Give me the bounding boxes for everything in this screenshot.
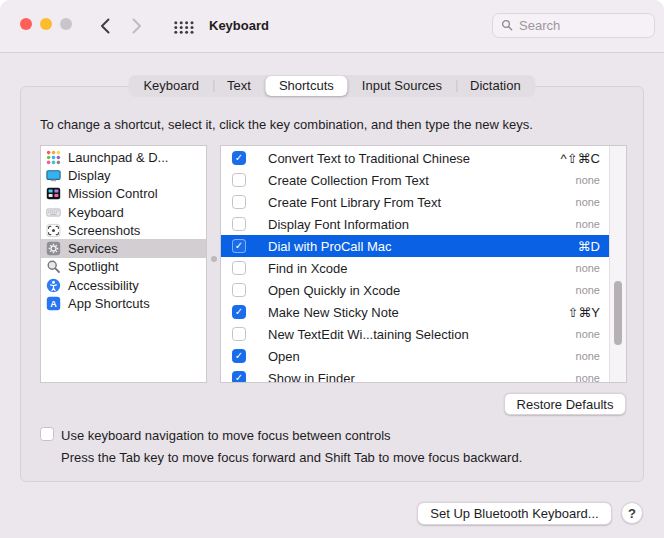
- sidebar-item-spotlight[interactable]: Spotlight: [41, 258, 206, 276]
- shortcut-key: ^⇧⌘C: [561, 151, 600, 166]
- keyboard-icon: [46, 205, 61, 220]
- shortcut-checkbox[interactable]: [232, 349, 246, 363]
- sidebar-item-mission-control[interactable]: Mission Control: [41, 185, 206, 203]
- shortcut-key: none: [576, 328, 600, 340]
- sidebar-item-label: Spotlight: [68, 259, 119, 274]
- shortcut-key: none: [576, 372, 600, 383]
- shortcut-checkbox[interactable]: [232, 371, 246, 383]
- shortcut-checkbox[interactable]: [232, 195, 246, 209]
- instruction-text: To change a shortcut, select it, click t…: [40, 117, 533, 132]
- forward-icon[interactable]: [132, 18, 142, 34]
- shortcut-label: Create Font Library From Text: [268, 195, 576, 210]
- shortcut-row-dial-with-procall-mac[interactable]: Dial with ProCall Mac ⌘D: [221, 235, 610, 257]
- search-field[interactable]: Search: [492, 13, 655, 38]
- shortcut-row-create-font-library-from-text[interactable]: Create Font Library From Text none: [221, 191, 610, 213]
- sidebar-item-display[interactable]: Display: [41, 166, 206, 184]
- mission-control-icon: [46, 186, 61, 201]
- shortcut-label: Display Font Information: [268, 217, 576, 232]
- window-title: Keyboard: [209, 0, 269, 52]
- sidebar-item-label: Services: [68, 241, 118, 256]
- shortcut-label: Open: [268, 349, 576, 364]
- shortcut-checkbox[interactable]: [232, 283, 246, 297]
- sidebar-item-label: Display: [68, 168, 111, 183]
- screenshots-icon: [46, 223, 61, 238]
- shortcut-key: ⌘D: [578, 239, 600, 254]
- shortcut-key: none: [576, 350, 600, 362]
- services-shortcut-list: Convert Text to Traditional Chinese ^⇧⌘C…: [220, 145, 627, 383]
- services-icon: [46, 241, 61, 256]
- sidebar-item-launchpad-d[interactable]: Launchpad & D...: [41, 148, 206, 166]
- scrollbar-thumb[interactable]: [614, 281, 622, 345]
- shortcut-key: none: [576, 262, 600, 274]
- search-icon: [501, 17, 513, 35]
- panel-splitter-dot: [211, 256, 217, 262]
- shortcut-checkbox[interactable]: [232, 305, 246, 319]
- keyboard-navigation-label: Use keyboard navigation to move focus be…: [61, 428, 391, 443]
- shortcut-label: Convert Text to Traditional Chinese: [268, 151, 561, 166]
- shortcut-categories-list: Launchpad & D... Display Mission Control…: [40, 145, 207, 383]
- shortcut-row-convert-text-to-traditional-chinese[interactable]: Convert Text to Traditional Chinese ^⇧⌘C: [221, 147, 610, 169]
- sidebar-item-label: App Shortcuts: [68, 296, 150, 311]
- shortcut-checkbox[interactable]: [232, 327, 246, 341]
- tab-bar: KeyboardTextShortcutsInput SourcesDictat…: [128, 75, 535, 97]
- sidebar-item-services[interactable]: Services: [41, 239, 206, 257]
- shortcut-key: none: [576, 284, 600, 296]
- show-all-grid-icon[interactable]: [174, 20, 194, 38]
- accessibility-icon: [46, 278, 61, 293]
- keyboard-navigation-hint: Press the Tab key to move focus forward …: [61, 450, 522, 465]
- tab-input-sources[interactable]: Input Sources: [348, 76, 456, 96]
- display-icon: [46, 168, 61, 183]
- sidebar-item-keyboard[interactable]: Keyboard: [41, 203, 206, 221]
- shortcut-label: Find in Xcode: [268, 261, 576, 276]
- shortcut-label: Show in Finder: [268, 371, 576, 384]
- shortcut-row-make-new-sticky-note[interactable]: Make New Sticky Note ⇧⌘Y: [221, 301, 610, 323]
- setup-bluetooth-keyboard-button[interactable]: Set Up Bluetooth Keyboard...: [417, 502, 612, 525]
- zoom-button[interactable]: [60, 18, 72, 30]
- scrollbar[interactable]: [609, 146, 626, 382]
- tab-dictation[interactable]: Dictation: [456, 76, 535, 96]
- tab-shortcuts[interactable]: Shortcuts: [265, 76, 348, 96]
- shortcut-key: ⇧⌘Y: [567, 305, 600, 320]
- shortcut-key: none: [576, 196, 600, 208]
- search-placeholder: Search: [519, 18, 560, 33]
- shortcut-checkbox[interactable]: [232, 217, 246, 231]
- svg-text:A: A: [50, 299, 57, 309]
- keyboard-preferences-window: Keyboard Search KeyboardTextShortcutsInp…: [0, 0, 664, 538]
- sidebar-item-accessibility[interactable]: Accessibility: [41, 276, 206, 294]
- shortcut-row-find-in-xcode[interactable]: Find in Xcode none: [221, 257, 610, 279]
- sidebar-item-app-shortcuts[interactable]: A App Shortcuts: [41, 294, 206, 312]
- spotlight-icon: [46, 259, 61, 274]
- sidebar-item-label: Accessibility: [68, 278, 139, 293]
- shortcut-checkbox[interactable]: [232, 239, 246, 253]
- keyboard-navigation-checkbox[interactable]: [40, 427, 54, 441]
- sidebar-item-label: Launchpad & D...: [68, 150, 168, 165]
- shortcut-checkbox[interactable]: [232, 173, 246, 187]
- back-icon[interactable]: [100, 18, 110, 34]
- shortcut-row-create-collection-from-text[interactable]: Create Collection From Text none: [221, 169, 610, 191]
- shortcut-checkbox[interactable]: [232, 261, 246, 275]
- sidebar-item-label: Mission Control: [68, 186, 158, 201]
- sidebar-item-label: Screenshots: [68, 223, 140, 238]
- app-shortcuts-icon: A: [46, 296, 61, 311]
- shortcut-label: New TextEdit Wi...taining Selection: [268, 327, 576, 342]
- shortcut-label: Make New Sticky Note: [268, 305, 567, 320]
- shortcut-key: none: [576, 174, 600, 186]
- shortcut-row-new-textedit-wi-taining-selection[interactable]: New TextEdit Wi...taining Selection none: [221, 323, 610, 345]
- tab-keyboard[interactable]: Keyboard: [129, 76, 213, 96]
- shortcut-checkbox[interactable]: [232, 151, 246, 165]
- restore-defaults-button[interactable]: Restore Defaults: [504, 393, 626, 415]
- shortcut-row-open-quickly-in-xcode[interactable]: Open Quickly in Xcode none: [221, 279, 610, 301]
- shortcut-key: none: [576, 218, 600, 230]
- sidebar-item-screenshots[interactable]: Screenshots: [41, 221, 206, 239]
- help-button[interactable]: ?: [621, 502, 643, 524]
- close-button[interactable]: [20, 18, 32, 30]
- shortcut-row-display-font-information[interactable]: Display Font Information none: [221, 213, 610, 235]
- shortcut-label: Open Quickly in Xcode: [268, 283, 576, 298]
- shortcut-row-open[interactable]: Open none: [221, 345, 610, 367]
- minimize-button[interactable]: [40, 18, 52, 30]
- shortcut-row-show-in-finder[interactable]: Show in Finder none: [221, 367, 610, 383]
- shortcut-label: Create Collection From Text: [268, 173, 576, 188]
- titlebar: Keyboard Search: [0, 0, 664, 53]
- tab-text[interactable]: Text: [213, 76, 265, 96]
- shortcut-label: Dial with ProCall Mac: [268, 239, 578, 254]
